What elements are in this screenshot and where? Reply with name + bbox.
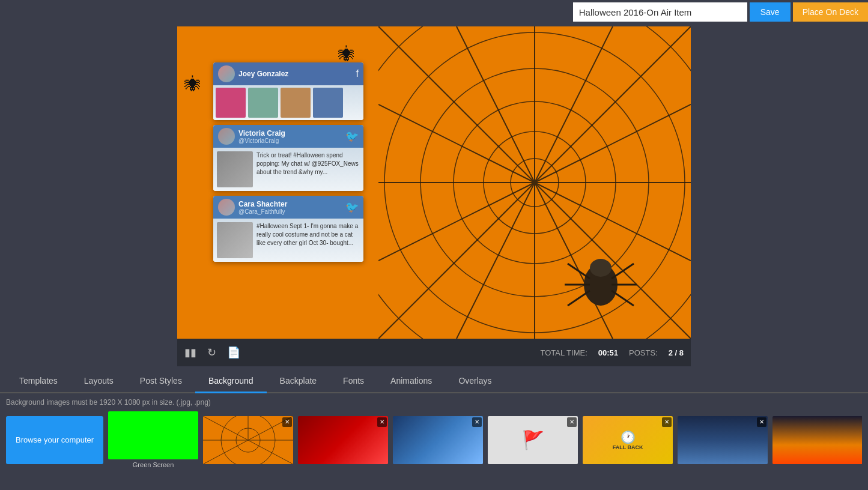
bg-thumb-flag-img: 🚩 bbox=[488, 416, 578, 464]
spiderweb-graphic bbox=[378, 26, 691, 339]
bg-thumb-halloween[interactable]: ✕ bbox=[203, 416, 293, 464]
svg-line-11 bbox=[378, 104, 535, 183]
save-button[interactable]: Save bbox=[750, 2, 791, 22]
post-handle-victoria: @VictoriaCraig bbox=[238, 138, 285, 144]
bg-thumb-city[interactable]: ✕ bbox=[678, 416, 768, 464]
tab-animations[interactable]: Animations bbox=[377, 370, 445, 393]
fb-img-2 bbox=[248, 88, 278, 118]
total-time-value: 00:51 bbox=[598, 348, 618, 357]
svg-line-3 bbox=[535, 183, 691, 261]
spider-left-icon: 🕷 bbox=[184, 74, 201, 94]
tab-post-styles[interactable]: Post Styles bbox=[127, 370, 195, 393]
browse-computer-button[interactable]: Browse your computer bbox=[6, 416, 103, 464]
bg-thumb-blue-img bbox=[393, 416, 483, 464]
fb-img-4 bbox=[313, 88, 343, 118]
tab-fonts[interactable]: Fonts bbox=[330, 370, 377, 393]
bg-thumb-red[interactable]: ✕ bbox=[298, 416, 388, 464]
svg-line-1 bbox=[535, 104, 691, 183]
facebook-images bbox=[216, 88, 361, 118]
post-name-joey: Joey Gonzalez bbox=[238, 70, 353, 78]
svg-line-27 bbox=[612, 264, 634, 279]
tab-layouts[interactable]: Layouts bbox=[71, 370, 127, 393]
bg-thumb-flag[interactable]: 🚩 ✕ bbox=[488, 416, 578, 464]
post-name-victoria: Victoria Craig bbox=[238, 129, 285, 138]
bg-thumb-green-label: Green Screen bbox=[108, 461, 198, 468]
post-thumb-victoria bbox=[217, 151, 253, 187]
bg-thumb-fallback-remove[interactable]: ✕ bbox=[662, 417, 672, 427]
svg-line-9 bbox=[378, 183, 535, 261]
posts-label: POSTS: bbox=[629, 348, 658, 357]
post-header-cara: Cara Shachter @Cara_Faithfully 🐦 bbox=[213, 196, 363, 219]
tab-templates[interactable]: Templates bbox=[6, 370, 71, 393]
document-button[interactable]: 📄 bbox=[227, 346, 240, 359]
post-text-victoria: Trick or treat! #Halloween spend popping… bbox=[256, 151, 360, 187]
fb-img-3 bbox=[281, 88, 311, 118]
post-header-victoria: Victoria Craig @VictoriaCraig 🐦 bbox=[213, 125, 363, 148]
tabs-bar: Templates Layouts Post Styles Background… bbox=[0, 370, 868, 393]
post-thumb-cara bbox=[217, 222, 253, 258]
refresh-button[interactable]: ↻ bbox=[207, 346, 216, 359]
post-card-victoria: Victoria Craig @VictoriaCraig 🐦 Trick or… bbox=[213, 125, 363, 191]
twitter-icon-victoria: 🐦 bbox=[345, 130, 359, 143]
post-header-facebook: Joey Gonzalez f bbox=[213, 62, 363, 85]
bg-thumb-blue-remove[interactable]: ✕ bbox=[472, 417, 482, 427]
fb-img-1 bbox=[216, 88, 246, 118]
post-text-cara: #Halloween Sept 1- I'm gonna make a real… bbox=[256, 222, 360, 258]
item-title-input[interactable] bbox=[573, 2, 747, 22]
svg-line-24 bbox=[568, 264, 590, 279]
total-time-label: TOTAL TIME: bbox=[541, 348, 587, 357]
bg-thumb-sunset-img bbox=[772, 416, 862, 464]
background-thumbnails: Browse your computer Green Screen bbox=[6, 411, 862, 471]
bg-thumb-city-img bbox=[678, 416, 768, 464]
tab-background[interactable]: Background bbox=[195, 370, 267, 393]
svg-line-26 bbox=[568, 291, 590, 306]
spider-top-icon: 🕷 bbox=[338, 44, 355, 64]
bg-thumb-green-img bbox=[108, 411, 198, 459]
post-name-cara: Cara Shachter bbox=[238, 200, 287, 208]
avatar-cara bbox=[218, 199, 235, 216]
pause-button[interactable]: ▮▮ bbox=[184, 346, 196, 359]
post-handle-cara: @Cara_Faithfully bbox=[238, 208, 287, 215]
svg-line-13 bbox=[457, 26, 535, 183]
top-bar: Save Place On Deck bbox=[0, 0, 868, 24]
bg-thumb-halloween-img bbox=[203, 416, 293, 464]
posts-overlay: Joey Gonzalez f bbox=[213, 62, 363, 262]
bg-thumb-blue[interactable]: ✕ bbox=[393, 416, 483, 464]
bg-thumb-green[interactable]: Green Screen bbox=[108, 411, 198, 468]
bg-thumb-city-remove[interactable]: ✕ bbox=[757, 417, 766, 427]
background-panel: Background images must be 1920 X 1080 px… bbox=[0, 393, 868, 474]
posts-value: 2 / 8 bbox=[669, 348, 684, 357]
post-body-victoria: Trick or treat! #Halloween spend popping… bbox=[213, 148, 363, 191]
svg-point-23 bbox=[590, 259, 612, 277]
tab-overlays[interactable]: Overlays bbox=[445, 370, 505, 393]
twitter-icon-cara: 🐦 bbox=[345, 201, 359, 214]
bg-thumb-fallback-img: 🕐 FALL BACK bbox=[583, 416, 673, 464]
control-bar: ▮▮ ↻ 📄 TOTAL TIME: 00:51 POSTS: 2 / 8 bbox=[177, 339, 691, 366]
post-card-facebook: Joey Gonzalez f bbox=[213, 62, 363, 120]
bg-thumb-red-remove[interactable]: ✕ bbox=[377, 417, 387, 427]
bg-thumb-halloween-remove[interactable]: ✕ bbox=[282, 417, 292, 427]
post-card-cara: Cara Shachter @Cara_Faithfully 🐦 #Hallow… bbox=[213, 196, 363, 262]
preview-container: 🕷 🕷 Joey Gonzalez f bbox=[0, 24, 868, 366]
facebook-icon: f bbox=[356, 68, 359, 79]
post-body-cara: #Halloween Sept 1- I'm gonna make a real… bbox=[213, 219, 363, 262]
place-on-deck-button[interactable]: Place On Deck bbox=[793, 2, 868, 22]
svg-line-7 bbox=[457, 183, 535, 339]
svg-line-15 bbox=[535, 26, 613, 183]
avatar-victoria bbox=[218, 128, 235, 145]
tab-backplate[interactable]: Backplate bbox=[267, 370, 330, 393]
avatar-joey bbox=[218, 65, 235, 82]
bg-thumb-red-img bbox=[298, 416, 388, 464]
bg-thumb-fallback[interactable]: 🕐 FALL BACK ✕ bbox=[583, 416, 673, 464]
preview-frame: 🕷 🕷 Joey Gonzalez f bbox=[177, 26, 691, 339]
facebook-body bbox=[213, 85, 363, 120]
bg-thumb-sunset[interactable] bbox=[772, 416, 862, 464]
bg-thumb-flag-remove[interactable]: ✕ bbox=[567, 417, 577, 427]
background-notice: Background images must be 1920 X 1080 px… bbox=[6, 398, 862, 407]
